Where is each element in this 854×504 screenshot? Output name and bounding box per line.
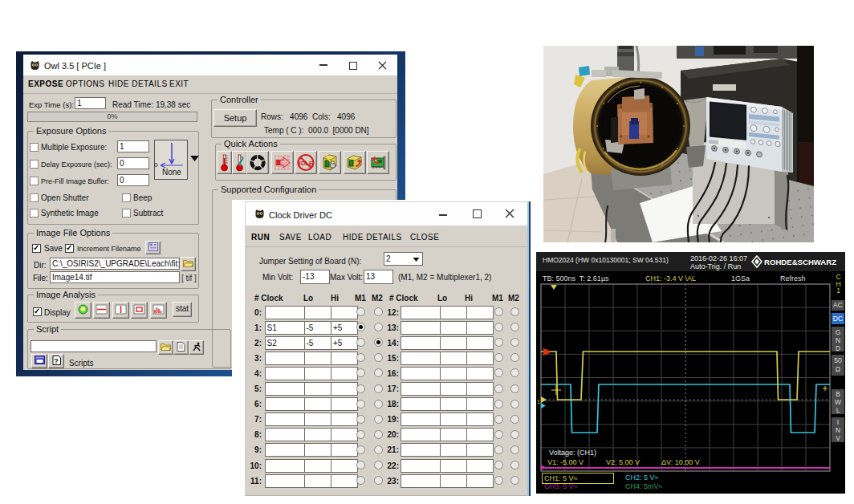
svg-text:1: 1 (537, 399, 540, 404)
svg-text:?: ? (54, 357, 59, 365)
